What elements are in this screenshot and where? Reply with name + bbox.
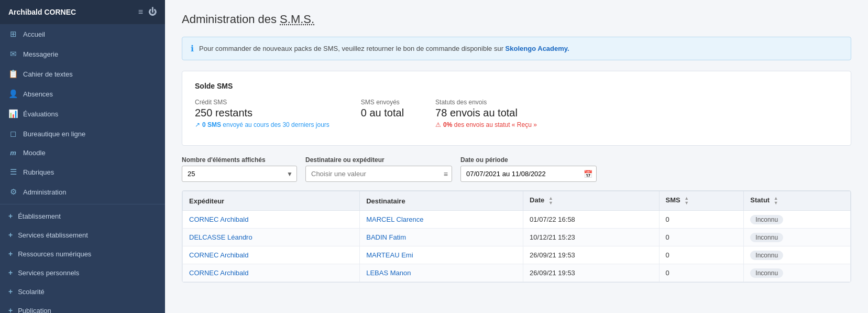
cell-destinataire: MARTEAU Emi bbox=[360, 246, 523, 264]
credit-stat: Crédit SMS 250 restants ↗ 0 SMS envoyé a… bbox=[195, 99, 329, 128]
ressources-numeriques-label: Ressources numériques bbox=[18, 250, 91, 258]
nav-evaluations-label: Évaluations bbox=[23, 110, 58, 118]
cell-date: 26/09/21 19:53 bbox=[523, 264, 659, 282]
solde-title: Solde SMS bbox=[195, 82, 838, 90]
count-select[interactable]: 25 50 100 bbox=[182, 166, 297, 182]
services-etablissement-label: Services établissement bbox=[18, 231, 88, 239]
etablissement-label: Établissement bbox=[18, 212, 61, 220]
calendar-icon[interactable]: 📅 bbox=[584, 170, 592, 178]
plus-icon: + bbox=[8, 287, 13, 296]
main-content: Administration des S.M.S. ℹ Pour command… bbox=[165, 0, 868, 313]
table-row: DELCASSE Léandro BADIN Fatim 10/12/21 15… bbox=[183, 229, 851, 246]
cell-destinataire: BADIN Fatim bbox=[360, 229, 523, 246]
col-expediteur-label: Expéditeur bbox=[189, 197, 224, 205]
moodle-icon: m bbox=[8, 149, 18, 157]
expediteur-link[interactable]: CORNEC Archibald bbox=[189, 251, 248, 259]
cell-date: 01/07/22 16:58 bbox=[523, 211, 659, 229]
sidebar-item-services-etablissement[interactable]: + Services établissement bbox=[0, 225, 165, 244]
sidebar-item-publication[interactable]: + Publication bbox=[0, 301, 165, 313]
destinataire-link[interactable]: BADIN Fatim bbox=[366, 233, 406, 241]
count-label: Nombre d'éléments affichés bbox=[182, 156, 297, 164]
sidebar-item-etablissement[interactable]: + Établissement bbox=[0, 207, 165, 225]
settings-icon[interactable]: ≡ bbox=[138, 7, 143, 17]
table-row: CORNEC Archibald MARTEAU Emi 26/09/21 19… bbox=[183, 246, 851, 264]
envoyes-label: SMS envoyés bbox=[361, 99, 404, 106]
evaluations-icon: 📊 bbox=[8, 109, 18, 118]
statut-sub-text: 0% des envois au statut « Reçu » bbox=[443, 121, 537, 128]
credit-value: 250 restants bbox=[195, 107, 329, 119]
col-statut-label: Statut bbox=[750, 196, 770, 204]
destinataire-link[interactable]: MARTEAU Emi bbox=[366, 251, 413, 259]
title-prefix: Administration des bbox=[182, 13, 280, 26]
administration-icon: ⚙ bbox=[8, 187, 18, 197]
cahier-icon: 📋 bbox=[8, 69, 18, 79]
power-icon[interactable]: ⏻ bbox=[148, 7, 157, 17]
nav-bureautique[interactable]: ◻ Bureautique en ligne bbox=[0, 124, 165, 144]
cell-expediteur: CORNEC Archibald bbox=[183, 246, 360, 264]
destinataire-input[interactable] bbox=[305, 166, 452, 182]
nav-administration[interactable]: ⚙ Administration bbox=[0, 182, 165, 202]
nav-evaluations[interactable]: 📊 Évaluations bbox=[0, 104, 165, 124]
info-icon: ℹ bbox=[191, 44, 194, 53]
nav-accueil[interactable]: ⊞ Accueil bbox=[0, 24, 165, 44]
col-sms[interactable]: SMS ▲▼ bbox=[659, 191, 744, 211]
destinataire-filter: Destinataire ou expéditeur ≡ bbox=[305, 156, 452, 182]
col-destinataire-label: Destinataire bbox=[366, 197, 405, 205]
sidebar-item-ressources-numeriques[interactable]: + Ressources numériques bbox=[0, 244, 165, 263]
cell-statut: Inconnu bbox=[744, 246, 851, 264]
destinataire-link[interactable]: MARCEL Clarence bbox=[366, 215, 423, 223]
messagerie-icon: ✉ bbox=[8, 49, 18, 59]
nav-bureautique-label: Bureautique en ligne bbox=[23, 130, 85, 138]
plus-icon: + bbox=[8, 231, 13, 239]
sidebar-header-actions: ≡ ⏻ bbox=[138, 7, 157, 17]
filters-row: Nombre d'éléments affichés 25 50 100 ▼ D… bbox=[182, 156, 851, 182]
col-sms-label: SMS bbox=[666, 196, 680, 204]
nav-absences[interactable]: 👤 Absences bbox=[0, 84, 165, 104]
nav-administration-label: Administration bbox=[23, 188, 66, 196]
date-label: Date ou période bbox=[460, 156, 597, 164]
bureautique-icon: ◻ bbox=[8, 129, 18, 138]
expediteur-link[interactable]: CORNEC Archibald bbox=[189, 269, 248, 277]
table-card: Expéditeur Destinataire Date ▲▼ SMS ▲▼ S bbox=[182, 190, 851, 283]
expediteur-link[interactable]: DELCASSE Léandro bbox=[189, 233, 252, 241]
cell-date: 26/09/21 19:53 bbox=[523, 246, 659, 264]
sidebar-item-services-personnels[interactable]: + Services personnels bbox=[0, 263, 165, 282]
solde-card: Solde SMS Crédit SMS 250 restants ↗ 0 SM… bbox=[182, 71, 851, 146]
cell-date: 10/12/21 15:23 bbox=[523, 229, 659, 246]
cell-sms: 0 bbox=[659, 246, 744, 264]
cell-expediteur: CORNEC Archibald bbox=[183, 264, 360, 282]
services-personnels-label: Services personnels bbox=[18, 269, 79, 277]
nav-moodle-label: Moodle bbox=[23, 149, 46, 157]
sms-table: Expéditeur Destinataire Date ▲▼ SMS ▲▼ S bbox=[182, 191, 851, 282]
count-filter: Nombre d'éléments affichés 25 50 100 ▼ bbox=[182, 156, 297, 182]
date-input[interactable] bbox=[460, 166, 597, 182]
nav-cahier[interactable]: 📋 Cahier de textes bbox=[0, 64, 165, 84]
page-title: Administration des S.M.S. bbox=[182, 13, 851, 26]
accueil-icon: ⊞ bbox=[8, 29, 18, 39]
info-banner: ℹ Pour commander de nouveaux packs de SM… bbox=[182, 37, 851, 60]
publication-label: Publication bbox=[18, 307, 51, 314]
nav-rubriques[interactable]: ☰ Rubriques bbox=[0, 162, 165, 182]
date-sort-arrows: ▲▼ bbox=[548, 196, 553, 206]
status-badge: Inconnu bbox=[750, 251, 783, 260]
date-input-wrapper: 📅 bbox=[460, 166, 597, 182]
skolengo-link[interactable]: Skolengo Academy. bbox=[506, 45, 569, 52]
nav-moodle[interactable]: m Moodle bbox=[0, 144, 165, 162]
nav-messagerie[interactable]: ✉ Messagerie bbox=[0, 44, 165, 64]
scolarite-label: Scolarité bbox=[18, 288, 45, 296]
destinataire-link[interactable]: LEBAS Manon bbox=[366, 269, 411, 277]
sidebar-item-scolarite[interactable]: + Scolarité bbox=[0, 282, 165, 301]
divider bbox=[0, 204, 165, 204]
col-statut[interactable]: Statut ▲▼ bbox=[744, 191, 851, 211]
envoyes-value: 0 au total bbox=[361, 107, 404, 119]
statut-sort-arrows: ▲▼ bbox=[774, 196, 778, 206]
col-date[interactable]: Date ▲▼ bbox=[523, 191, 659, 211]
col-date-label: Date bbox=[530, 196, 544, 204]
cell-expediteur: DELCASSE Léandro bbox=[183, 229, 360, 246]
user-name: Archibald CORNEC bbox=[8, 8, 76, 16]
cell-expediteur: CORNEC Archibald bbox=[183, 211, 360, 229]
warning-icon: ⚠ bbox=[435, 121, 441, 128]
expediteur-link[interactable]: CORNEC Archibald bbox=[189, 215, 248, 223]
table-row: CORNEC Archibald MARCEL Clarence 01/07/2… bbox=[183, 211, 851, 229]
destinataire-input-wrapper: ≡ bbox=[305, 166, 452, 182]
